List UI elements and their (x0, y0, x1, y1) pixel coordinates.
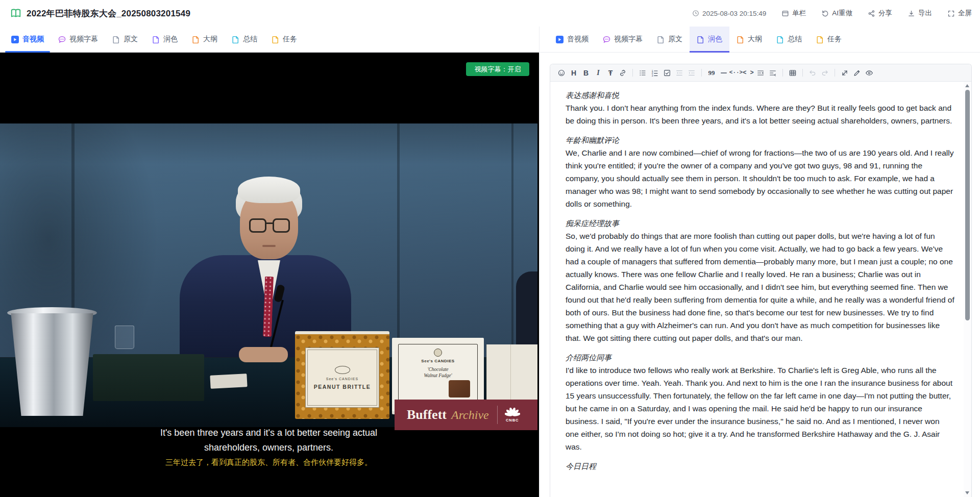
right-tab-polish[interactable]: 润色 (690, 27, 729, 52)
timestamp: 2025-08-03 20:15:49 (692, 10, 766, 17)
section-heading: 表达感谢和喜悦 (566, 89, 954, 102)
speaker-glasses (246, 218, 293, 234)
quote-icon[interactable]: 99 (705, 67, 718, 79)
emoji-icon[interactable] (555, 67, 568, 79)
section-body: Thank you. I don't hear anything from th… (566, 102, 954, 127)
right-tab-audio-video[interactable]: 音视频 (549, 27, 596, 52)
transcript-section: 表达感谢和喜悦 Thank you. I don't hear anything… (566, 89, 954, 127)
cnbc-logo: CNBC (505, 408, 520, 423)
bold-icon[interactable]: B (580, 67, 592, 79)
section-heading: 痴呆症经理故事 (566, 217, 954, 230)
expand-editor-icon[interactable] (839, 67, 851, 79)
indent-icon[interactable] (685, 67, 698, 79)
section-heading: 年龄和幽默评论 (566, 134, 954, 146)
right-tabbar: 音视频 视频字幕 原文 润色 (540, 27, 980, 53)
section-heading: 今日日程 (566, 460, 954, 473)
document-icon (776, 36, 784, 43)
document-icon (112, 36, 120, 43)
document-icon (737, 36, 744, 43)
right-tab-summary[interactable]: 总结 (769, 27, 809, 52)
transcript-section: 年龄和幽默评论 We, Charlie and I are now combin… (566, 134, 954, 210)
right-tab-original[interactable]: 原文 (650, 27, 690, 52)
left-tab-outline[interactable]: 大纲 (185, 27, 225, 52)
water-glass (115, 326, 134, 349)
undo-icon[interactable] (806, 67, 819, 79)
right-tab-video-subtitle[interactable]: 视频字幕 (596, 27, 650, 52)
left-tab-video-subtitle[interactable]: 视频字幕 (51, 27, 105, 52)
share-icon (868, 10, 875, 17)
video-tab-icon (556, 36, 564, 43)
left-tab-polish[interactable]: 润色 (145, 27, 185, 52)
code-block-icon[interactable]: < > (742, 67, 754, 79)
subtitle-english-line2: shareholders, owners, partners. (0, 440, 537, 455)
section-heading: 介绍两位同事 (566, 351, 954, 364)
right-tab-outline[interactable]: 大纲 (729, 27, 769, 52)
inline-code-icon[interactable]: <··> (730, 67, 742, 79)
right-tab-task[interactable]: 任务 (809, 27, 849, 52)
document-icon (152, 36, 160, 43)
transcript-section: 今日日程 (566, 460, 954, 473)
scroll-down-arrow[interactable] (965, 491, 969, 494)
left-tab-task[interactable]: 任务 (264, 27, 304, 52)
edit-pencil-icon[interactable] (851, 67, 863, 79)
list-collapse-icon[interactable] (754, 67, 767, 79)
ice-bucket (9, 311, 95, 416)
link-icon[interactable] (617, 67, 629, 79)
scrollbar-thumb[interactable] (965, 90, 970, 320)
ai-redo-button[interactable]: AI重做 (821, 9, 852, 18)
document-icon (657, 36, 665, 43)
document-icon (816, 36, 824, 43)
app-window: 2022年巴菲特股东大会_20250803201549 2025-08-03 2… (0, 0, 980, 497)
second-person-shoulder (516, 271, 537, 353)
table-icon[interactable] (787, 67, 799, 79)
candy-box-peanut-brittle: See's CANDIES PEANUT BRITTLE (295, 331, 389, 419)
subtitle-overlay: It's been three years and it's a lot bet… (0, 426, 537, 467)
heading-icon[interactable]: H (568, 67, 580, 79)
list-expand-icon[interactable] (767, 67, 779, 79)
outdent-icon[interactable] (673, 67, 685, 79)
subtitle-toggle-button[interactable]: 视频字幕：开启 (466, 62, 529, 76)
left-tab-audio-video[interactable]: 音视频 (4, 27, 51, 52)
document-icon (192, 36, 200, 43)
video-player[interactable]: See's CANDIES PEANUT BRITTLE See's CANDI… (0, 53, 539, 497)
subtitle-bubble-icon (58, 36, 66, 43)
editor-scrollbar[interactable] (964, 82, 971, 497)
document-icon (697, 36, 704, 43)
italic-icon[interactable]: I (592, 67, 604, 79)
polished-transcript[interactable]: 表达感谢和喜悦 Thank you. I don't hear anything… (550, 82, 964, 497)
editor-toolbar: H B I Ŧ 123 (550, 64, 971, 82)
left-panel: 音视频 视频字幕 原文 润色 (0, 27, 539, 497)
page-title: 2022年巴菲特股东大会_20250803201549 (27, 8, 190, 19)
left-tab-original[interactable]: 原文 (105, 27, 145, 52)
preview-eye-icon[interactable] (863, 67, 875, 79)
export-button[interactable]: 导出 (908, 9, 932, 18)
transcript-section: 介绍两位同事 I'd like to introduce two fellows… (566, 351, 954, 453)
transcript-section: 痴呆症经理故事 So, we'd probably do things that… (566, 217, 954, 344)
section-body: I'd like to introduce two fellows who re… (566, 364, 954, 453)
horizontal-rule-icon[interactable] (718, 67, 730, 79)
section-body: So, we'd probably do things that are mor… (566, 230, 954, 344)
video-tab-icon (11, 36, 19, 43)
task-list-icon[interactable] (661, 67, 673, 79)
fullscreen-button[interactable]: 全屏 (947, 9, 972, 18)
polish-editor: H B I Ŧ 123 (550, 64, 972, 497)
refresh-icon (821, 10, 829, 17)
single-column-button[interactable]: 单栏 (781, 9, 806, 18)
subtitle-chinese: 三年过去了，看到真正的股东、所有者、合作伙伴要好得多。 (0, 458, 537, 467)
notebook-icon (10, 8, 21, 19)
scroll-up-arrow[interactable] (965, 84, 969, 87)
document-icon (232, 36, 239, 43)
left-tab-summary[interactable]: 总结 (225, 27, 264, 52)
share-button[interactable]: 分享 (868, 9, 892, 18)
clock-icon (692, 10, 699, 17)
sees-portrait-logo (434, 349, 442, 357)
redo-icon[interactable] (819, 67, 831, 79)
strikethrough-icon[interactable]: Ŧ (604, 67, 617, 79)
download-icon (908, 10, 915, 17)
svg-text:3: 3 (652, 74, 653, 77)
ordered-list-icon[interactable]: 123 (649, 67, 661, 79)
buffett-archive-banner: Buffett Archive (395, 400, 537, 430)
top-header: 2022年巴菲特股东大会_20250803201549 2025-08-03 2… (0, 0, 980, 27)
dark-box (93, 354, 204, 401)
bullet-list-icon[interactable] (636, 67, 649, 79)
